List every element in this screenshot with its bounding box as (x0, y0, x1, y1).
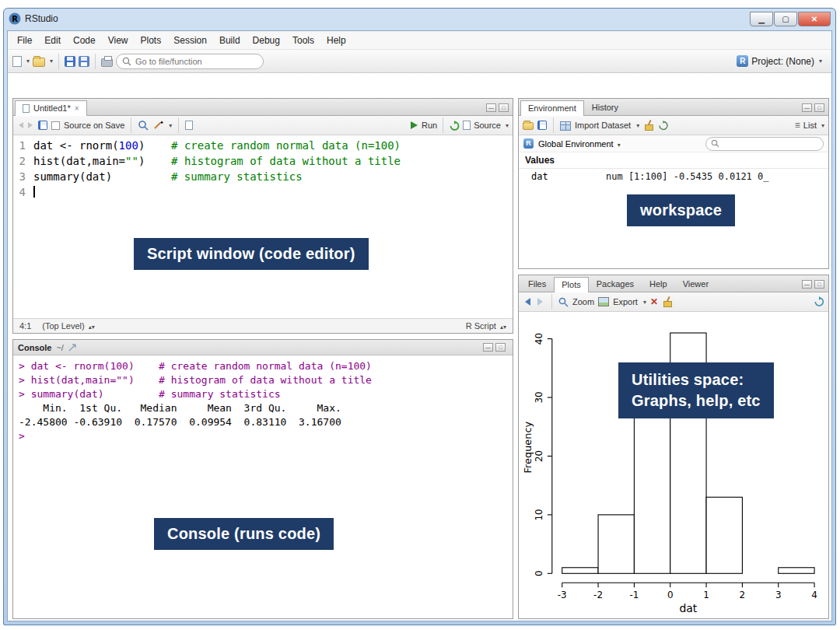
editor-line[interactable]: 4 (13, 184, 513, 200)
maximize-pane-icon[interactable]: □ (814, 103, 824, 112)
previous-plot-icon[interactable] (523, 297, 532, 306)
import-dataset-button[interactable]: Import Dataset (575, 121, 631, 130)
environment-objects: datnum [1:100] -0.5435 0.0121 0_ (519, 169, 828, 184)
console-pane: Console ~/ — □ > dat <- rnorm(100) # cre… (12, 339, 513, 619)
zoom-icon (558, 297, 569, 307)
menu-file[interactable]: File (11, 32, 38, 49)
export-icon (598, 297, 609, 306)
menu-debug[interactable]: Debug (247, 32, 286, 49)
console-pane-buttons: — □ (483, 343, 508, 352)
run-button[interactable]: Run (422, 121, 437, 130)
menu-tools[interactable]: Tools (286, 32, 320, 49)
nav-back-forward-icon[interactable] (17, 121, 34, 130)
toolbar-separator (551, 294, 552, 310)
export-button[interactable]: Export (613, 297, 638, 306)
find-replace-icon[interactable] (138, 120, 149, 131)
source-button[interactable]: Source (474, 121, 501, 130)
code-tools-wand-icon[interactable]: ✦ (152, 120, 163, 131)
list-icon: ≡ (795, 120, 800, 131)
editor-lines[interactable]: 1dat <- rnorm(100) # create random norma… (13, 136, 513, 318)
new-file-dropdown-icon[interactable]: ▾ (26, 58, 30, 65)
tab-packages[interactable]: Packages (589, 276, 642, 292)
remove-plot-icon[interactable]: ✕ (650, 296, 658, 307)
zoom-button[interactable]: Zoom (572, 297, 594, 306)
save-document-icon[interactable] (38, 121, 47, 130)
source-toolbar: Source on Save ✦ ▾ Run (13, 116, 513, 135)
file-type-selector[interactable]: R Script ▴▾ (466, 321, 506, 331)
environment-search-input[interactable] (722, 139, 818, 149)
title-bar[interactable]: R RStudio ▁ ▢ ✕ (4, 9, 835, 29)
plot-canvas: 010203040-3-2-101234Frequencydat (520, 313, 827, 617)
export-dropdown-icon[interactable]: ▾ (643, 299, 646, 306)
close-button[interactable]: ✕ (798, 12, 831, 26)
editor-line[interactable]: 3summary(dat) # summary statistics (13, 169, 513, 184)
compile-notebook-icon[interactable] (185, 121, 193, 130)
svg-text:-3: -3 (558, 590, 567, 600)
open-file-icon[interactable] (33, 58, 45, 67)
save-all-icon[interactable] (79, 56, 89, 67)
rerun-icon[interactable] (449, 121, 460, 131)
refresh-plots-icon[interactable] (814, 296, 824, 307)
load-workspace-icon[interactable] (523, 122, 534, 130)
menu-help[interactable]: Help (320, 32, 352, 49)
console-line: > summary(dat) # summary statistics (19, 387, 507, 401)
console-title: Console (18, 343, 51, 352)
menu-build[interactable]: Build (213, 32, 247, 49)
svg-text:dat: dat (679, 602, 697, 614)
new-file-icon[interactable] (12, 56, 22, 67)
save-workspace-icon[interactable] (537, 121, 547, 130)
import-dataset-dropdown-icon[interactable]: ▾ (636, 122, 639, 129)
project-selector[interactable]: R Project: (None) ▾ (732, 54, 827, 68)
global-environment-selector[interactable]: Global Environment ▾ (538, 139, 621, 149)
open-in-window-icon[interactable] (68, 344, 78, 352)
maximize-button[interactable]: ▢ (774, 12, 797, 26)
maximize-pane-icon[interactable]: □ (495, 343, 506, 352)
tab-history[interactable]: History (584, 100, 626, 115)
menu-bar: File Edit Code View Plots Session Build … (8, 31, 831, 50)
menu-session[interactable]: Session (167, 32, 213, 49)
code-tools-dropdown-icon[interactable]: ▾ (169, 122, 172, 129)
print-icon[interactable] (101, 58, 113, 67)
goto-file-input[interactable] (116, 54, 264, 69)
clear-workspace-broom-icon[interactable] (643, 120, 654, 131)
menu-plots[interactable]: Plots (135, 32, 168, 49)
minimize-pane-icon[interactable]: — (802, 103, 812, 112)
next-plot-icon[interactable] (536, 297, 545, 306)
open-file-dropdown-icon[interactable]: ▾ (50, 58, 53, 65)
menu-edit[interactable]: Edit (38, 32, 67, 49)
goto-search-icon (122, 57, 131, 66)
save-icon[interactable] (65, 56, 75, 67)
tab-help[interactable]: Help (642, 276, 675, 292)
tab-viewer[interactable]: Viewer (675, 276, 716, 292)
tab-environment[interactable]: Environment (520, 100, 584, 116)
console-header: Console ~/ — □ (13, 340, 513, 355)
maximize-pane-icon[interactable]: □ (499, 103, 509, 112)
tab-close-icon[interactable]: × (75, 104, 79, 113)
source-on-save-checkbox[interactable] (51, 121, 60, 130)
console-line: > hist(dat,main="") # histogram of data … (19, 373, 507, 387)
source-dropdown-icon[interactable]: ▾ (506, 122, 509, 129)
list-view-selector[interactable]: ≡ List ▾ (795, 120, 824, 131)
minimize-pane-icon[interactable]: — (483, 343, 493, 352)
editor-line[interactable]: 1dat <- rnorm(100) # create random norma… (13, 138, 513, 153)
scope-selector[interactable]: (Top Level) ▴▾ (42, 321, 95, 331)
source-pane-buttons: — □ (486, 103, 511, 115)
menu-view[interactable]: View (102, 32, 135, 49)
menu-code[interactable]: Code (67, 32, 102, 49)
rstudio-window: R RStudio ▁ ▢ ✕ File Edit Code View Plot… (3, 8, 836, 625)
refresh-environment-icon[interactable] (658, 121, 668, 131)
tab-files[interactable]: Files (520, 276, 554, 292)
search-icon (711, 139, 719, 148)
minimize-pane-icon[interactable]: — (486, 103, 496, 112)
tab-untitled1[interactable]: Untitled1* × (15, 100, 87, 116)
minimize-button[interactable]: ▁ (750, 12, 773, 26)
minimize-pane-icon[interactable]: — (802, 280, 812, 289)
console-output[interactable]: > dat <- rnorm(100) # create random norm… (13, 356, 513, 618)
clear-all-plots-broom-icon[interactable] (662, 296, 673, 307)
toolbar-separator (553, 117, 554, 133)
maximize-pane-icon[interactable]: □ (814, 280, 824, 289)
tab-plots[interactable]: Plots (554, 277, 588, 292)
environment-toolbar: Import Dataset ▾ ≡ List ▾ (519, 116, 828, 135)
editor-line[interactable]: 2hist(dat,main="") # histogram of data w… (13, 153, 513, 169)
environment-object-row[interactable]: datnum [1:100] -0.5435 0.0121 0_ (519, 169, 828, 184)
